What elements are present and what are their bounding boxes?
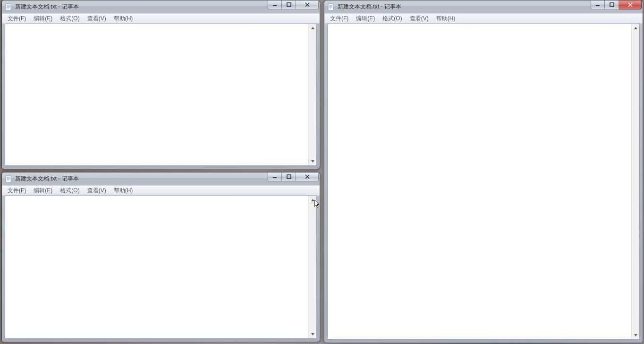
menu-edit[interactable]: 编辑(E) xyxy=(352,14,379,24)
notepad-icon xyxy=(5,3,12,11)
scroll-up-icon[interactable] xyxy=(632,24,640,32)
minimize-button[interactable] xyxy=(591,0,605,9)
maximize-button[interactable] xyxy=(282,0,296,9)
scroll-up-icon[interactable] xyxy=(309,24,317,32)
notepad-window: 新建文本文档.txt - 记事本 文件(F) 编辑(E) 格式(O) 查看(V)… xyxy=(1,172,320,342)
vertical-scrollbar[interactable] xyxy=(308,196,316,338)
menu-edit[interactable]: 编辑(E) xyxy=(30,186,56,196)
maximize-button[interactable] xyxy=(282,172,296,181)
menu-help[interactable]: 帮助(H) xyxy=(110,14,137,24)
menu-view[interactable]: 查看(V) xyxy=(84,186,110,196)
menubar: 文件(F) 编辑(E) 格式(O) 查看(V) 帮助(H) xyxy=(324,13,643,24)
menu-format[interactable]: 格式(O) xyxy=(56,14,83,24)
svg-rect-19 xyxy=(596,5,600,6)
close-button[interactable] xyxy=(619,0,642,9)
close-button[interactable] xyxy=(296,172,319,181)
svg-rect-12 xyxy=(273,177,277,178)
titlebar[interactable]: 新建文本文档.txt - 记事本 xyxy=(2,0,320,13)
close-button[interactable] xyxy=(296,0,319,9)
svg-rect-6 xyxy=(287,3,291,7)
window-title: 新建文本文档.txt - 记事本 xyxy=(338,3,591,11)
svg-rect-20 xyxy=(610,3,614,7)
client-area xyxy=(5,196,317,339)
text-area[interactable] xyxy=(5,24,308,165)
desktop: 新建文本文档.txt - 记事本 文件(F) 编辑(E) 格式(O) 查看(V)… xyxy=(0,0,644,344)
vertical-scrollbar[interactable] xyxy=(308,24,316,165)
client-area xyxy=(5,24,317,166)
menu-edit[interactable]: 编辑(E) xyxy=(30,14,56,24)
menubar: 文件(F) 编辑(E) 格式(O) 查看(V) 帮助(H) xyxy=(2,13,320,24)
window-title: 新建文本文档.txt - 记事本 xyxy=(15,175,268,183)
notepad-window: 新建文本文档.txt - 记事本 文件(F) 编辑(E) 格式(O) 查看(V)… xyxy=(324,0,643,343)
menu-format[interactable]: 格式(O) xyxy=(379,14,406,24)
notepad-window: 新建文本文档.txt - 记事本 文件(F) 编辑(E) 格式(O) 查看(V)… xyxy=(1,0,320,169)
menu-file[interactable]: 文件(F) xyxy=(4,186,30,196)
vertical-scrollbar[interactable] xyxy=(631,24,639,339)
notepad-icon xyxy=(5,175,12,183)
window-title: 新建文本文档.txt - 记事本 xyxy=(15,3,268,11)
svg-rect-13 xyxy=(287,175,291,179)
menu-help[interactable]: 帮助(H) xyxy=(110,186,137,196)
scroll-down-icon[interactable] xyxy=(309,157,317,165)
minimize-button[interactable] xyxy=(268,0,282,9)
notepad-icon xyxy=(327,3,335,11)
client-area xyxy=(327,24,640,340)
minimize-button[interactable] xyxy=(268,172,282,181)
menu-help[interactable]: 帮助(H) xyxy=(432,14,459,24)
text-area[interactable] xyxy=(328,24,631,339)
text-area[interactable] xyxy=(5,196,308,338)
window-controls xyxy=(268,172,319,185)
titlebar[interactable]: 新建文本文档.txt - 记事本 xyxy=(2,172,320,185)
menu-file[interactable]: 文件(F) xyxy=(4,14,30,24)
menubar: 文件(F) 编辑(E) 格式(O) 查看(V) 帮助(H) xyxy=(2,185,320,196)
maximize-button[interactable] xyxy=(605,0,619,9)
scroll-up-icon[interactable] xyxy=(309,196,317,204)
menu-file[interactable]: 文件(F) xyxy=(326,14,352,24)
window-controls xyxy=(268,0,319,13)
scroll-down-icon[interactable] xyxy=(632,331,640,339)
svg-rect-5 xyxy=(273,5,277,6)
scroll-down-icon[interactable] xyxy=(309,330,317,338)
menu-format[interactable]: 格式(O) xyxy=(56,186,83,196)
titlebar[interactable]: 新建文本文档.txt - 记事本 xyxy=(324,0,643,13)
menu-view[interactable]: 查看(V) xyxy=(406,14,432,24)
menu-view[interactable]: 查看(V) xyxy=(84,14,110,24)
window-controls xyxy=(591,0,642,13)
